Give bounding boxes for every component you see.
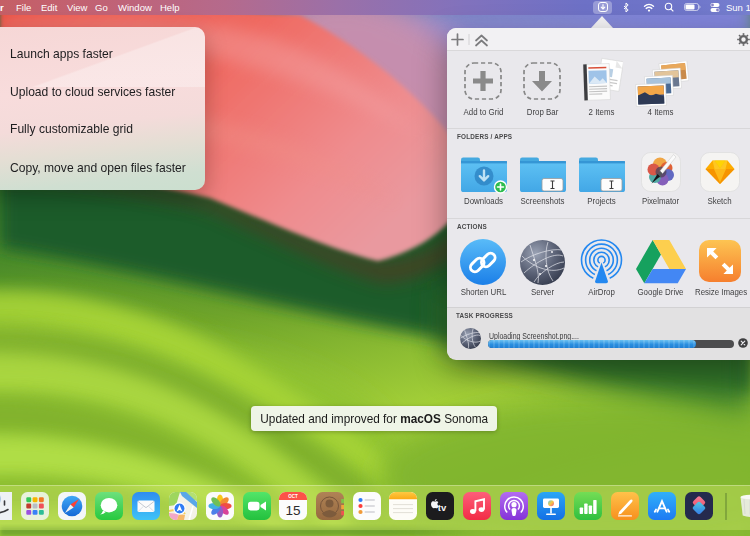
svg-text:Sun 1: Sun 1 — [726, 2, 750, 13]
svg-text:15: 15 — [285, 503, 300, 518]
svg-text:tv: tv — [438, 502, 447, 513]
svg-text:OCT: OCT — [288, 494, 298, 499]
